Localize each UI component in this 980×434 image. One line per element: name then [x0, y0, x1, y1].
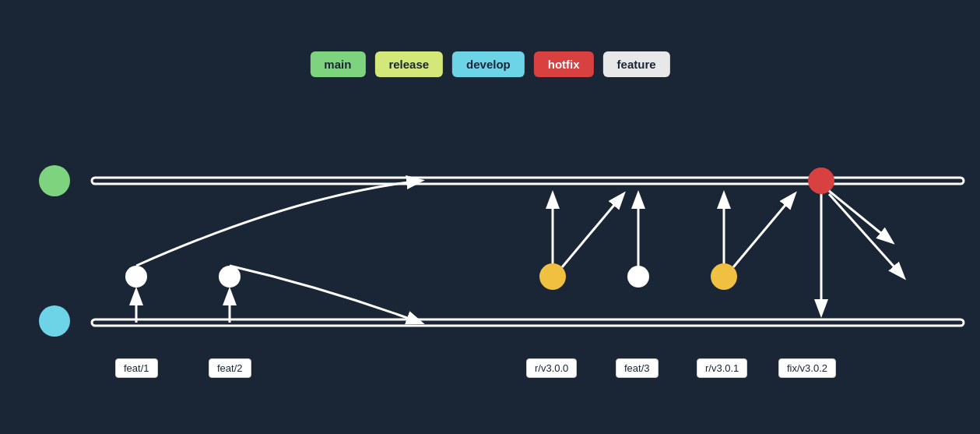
svg-point-3	[219, 266, 241, 288]
label-fixv302: fix/v3.0.2	[778, 358, 836, 378]
svg-line-14	[829, 191, 891, 242]
badge-hotfix[interactable]: hotfix	[534, 51, 594, 77]
badge-feature[interactable]: feature	[603, 51, 670, 77]
badge-release[interactable]: release	[374, 51, 443, 77]
svg-point-6	[711, 263, 737, 290]
svg-line-12	[733, 195, 794, 267]
svg-point-7	[808, 168, 834, 194]
svg-point-5	[627, 266, 649, 288]
legend-bar: main release develop hotfix feature	[310, 51, 669, 77]
label-feat2: feat/2	[209, 358, 251, 378]
badge-develop[interactable]: develop	[452, 51, 525, 77]
svg-point-4	[539, 263, 566, 290]
badge-main[interactable]: main	[310, 51, 365, 77]
svg-line-15	[829, 194, 903, 277]
svg-rect-1	[92, 319, 964, 326]
label-rv300: r/v3.0.0	[526, 358, 577, 378]
label-feat3: feat/3	[616, 358, 659, 378]
git-diagram: feat/1 feat/2 r/v3.0.0 feat/3 r/v3.0.1 f…	[0, 132, 980, 413]
label-rv301: r/v3.0.1	[697, 358, 747, 378]
label-feat1: feat/1	[115, 358, 158, 378]
svg-line-9	[562, 195, 623, 267]
svg-point-2	[125, 266, 147, 288]
